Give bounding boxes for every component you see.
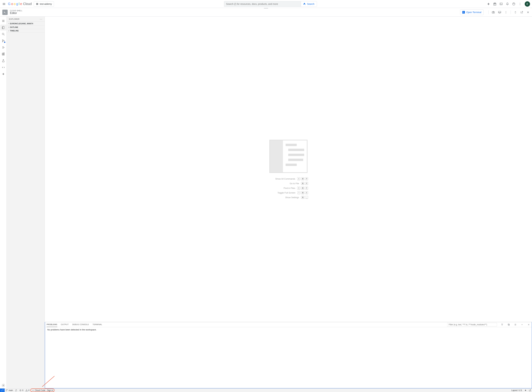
layout-indicator[interactable]: Layout: U.S. xyxy=(510,388,523,392)
panel-tab-debug-console[interactable]: DEBUG CONSOLE xyxy=(72,322,89,327)
key: ⌘ xyxy=(301,191,305,194)
extensions-icon[interactable] xyxy=(0,51,6,57)
hint-row: Find in Files⇧⌘F xyxy=(269,187,308,190)
svg-point-22 xyxy=(6,390,6,390)
svg-point-11 xyxy=(2,33,4,35)
explorer-icon[interactable] xyxy=(0,25,6,31)
key: F xyxy=(305,187,308,190)
cloud-shell-header: CLOUD SHELL Editor >_ Open Terminal xyxy=(0,8,532,17)
key: P xyxy=(305,177,308,180)
key: ⌘ xyxy=(301,182,305,185)
collapse-icon[interactable] xyxy=(514,11,517,14)
svg-rect-17 xyxy=(3,54,4,55)
svg-rect-16 xyxy=(2,54,3,55)
monitor-icon[interactable] xyxy=(498,11,501,14)
google-cloud-logo[interactable]: Google Cloud xyxy=(8,2,32,6)
close-panel-icon[interactable] xyxy=(527,323,530,326)
gemini-icon[interactable] xyxy=(487,2,490,6)
svg-point-19 xyxy=(3,385,4,386)
notifications-icon[interactable] xyxy=(506,2,509,6)
open-new-icon[interactable] xyxy=(520,11,523,14)
svg-rect-0 xyxy=(500,3,502,5)
panel-tab-problems[interactable]: PROBLEMS xyxy=(47,322,57,327)
panel-message: No problems have been detected in the wo… xyxy=(45,327,532,388)
hint-row: Show Settings⌘, xyxy=(269,196,308,199)
hint-row: Go to File⌘P xyxy=(269,182,308,185)
more-vert-icon[interactable] xyxy=(504,11,508,14)
svg-point-10 xyxy=(506,13,506,13)
hint-label: Go to File xyxy=(273,182,299,185)
hint-label: Show Settings xyxy=(273,196,299,199)
project-selector[interactable]: test-aidemy xyxy=(34,1,54,7)
tree-timeline[interactable]: ›TIMELINE xyxy=(7,29,45,33)
key: ⌘ xyxy=(301,196,305,199)
tree-folder-root[interactable]: ›EURONCLEGANE_666674 xyxy=(7,22,45,25)
search-icon[interactable] xyxy=(0,31,6,37)
remote-indicator[interactable] xyxy=(0,388,5,392)
key: , xyxy=(305,196,308,199)
warnings-count[interactable]: 0 xyxy=(24,388,31,392)
cloud-code-sign-in[interactable]: Cloud Code - Sign in xyxy=(30,388,54,392)
hint-row: Show All Commands⇧⌘P xyxy=(269,177,308,180)
cloud-code-icon[interactable] xyxy=(0,64,6,70)
git-branch[interactable]: main xyxy=(5,388,14,392)
panel-tab-terminal[interactable]: TERMINAL xyxy=(93,322,102,327)
bottom-panel: PROBLEMSOUTPUTDEBUG CONSOLETERMINAL No p… xyxy=(45,322,532,388)
spark-status-icon[interactable] xyxy=(523,388,528,392)
key: ⌘ xyxy=(301,187,305,190)
cloud-shell-icon[interactable] xyxy=(499,2,503,6)
svg-point-9 xyxy=(506,12,506,12)
menu-icon[interactable] xyxy=(2,2,6,6)
project-name: test-aidemy xyxy=(40,3,52,5)
status-bar: main 0 0 Cloud Code - Sign in Layout: U.… xyxy=(0,388,532,392)
help-icon[interactable] xyxy=(512,2,515,6)
spark-icon[interactable] xyxy=(0,71,6,77)
errors-count[interactable]: 0 xyxy=(18,388,24,392)
hint-label: Find in Files xyxy=(269,187,295,189)
svg-point-6 xyxy=(493,12,494,13)
close-icon[interactable] xyxy=(526,11,530,14)
svg-point-12 xyxy=(2,40,3,40)
popout-icon[interactable] xyxy=(528,388,532,392)
debug-icon[interactable] xyxy=(0,44,6,51)
beaker-icon[interactable] xyxy=(0,58,6,64)
collapse-all-icon[interactable] xyxy=(507,323,510,326)
more-icon[interactable] xyxy=(518,2,522,6)
hamburger-icon[interactable] xyxy=(0,18,6,24)
svg-rect-7 xyxy=(499,11,501,13)
editor-title: Editor xyxy=(10,12,22,15)
drag-handle[interactable] xyxy=(264,8,268,9)
source-control-icon[interactable] xyxy=(0,38,6,44)
top-nav: Google Cloud test-aidemy Search E xyxy=(0,0,532,8)
panel-tab-output[interactable]: OUTPUT xyxy=(61,322,69,327)
open-terminal-button[interactable]: >_ Open Terminal xyxy=(460,9,484,15)
gear-icon[interactable] xyxy=(0,382,6,388)
key: ⌘ xyxy=(301,177,305,180)
activity-bar xyxy=(0,17,7,388)
svg-rect-15 xyxy=(2,53,3,54)
terminal-badge-icon: >_ xyxy=(462,11,465,14)
search-input[interactable] xyxy=(224,1,301,7)
svg-point-23 xyxy=(6,391,6,391)
key: ⇧ xyxy=(297,177,300,180)
search-button[interactable]: Search xyxy=(301,1,317,7)
avatar[interactable]: E xyxy=(525,1,530,7)
svg-point-14 xyxy=(4,41,4,41)
welcome-view: Show All Commands⇧⌘PGo to File⌘PFind in … xyxy=(45,17,532,322)
gift-icon[interactable] xyxy=(493,2,496,6)
placeholder-illustration xyxy=(269,140,307,173)
tree-outline[interactable]: ›OUTLINE xyxy=(7,25,45,29)
panel-filter-input[interactable] xyxy=(447,323,497,327)
filter-icon[interactable] xyxy=(501,323,504,326)
svg-point-2 xyxy=(520,3,520,3)
sync-icon[interactable] xyxy=(14,388,18,392)
chevron-up-icon[interactable] xyxy=(521,323,523,326)
svg-rect-20 xyxy=(508,324,509,325)
view-as-list-icon[interactable] xyxy=(514,323,517,326)
explorer-title: EXPLORER xyxy=(9,18,19,20)
explorer-sidebar: EXPLORER ··· ›EURONCLEGANE_666674 ›OUTLI… xyxy=(7,17,45,388)
search-box: Search xyxy=(224,1,317,7)
camera-icon[interactable] xyxy=(492,11,495,14)
explorer-more-icon[interactable]: ··· xyxy=(40,18,42,20)
svg-rect-5 xyxy=(492,11,495,13)
